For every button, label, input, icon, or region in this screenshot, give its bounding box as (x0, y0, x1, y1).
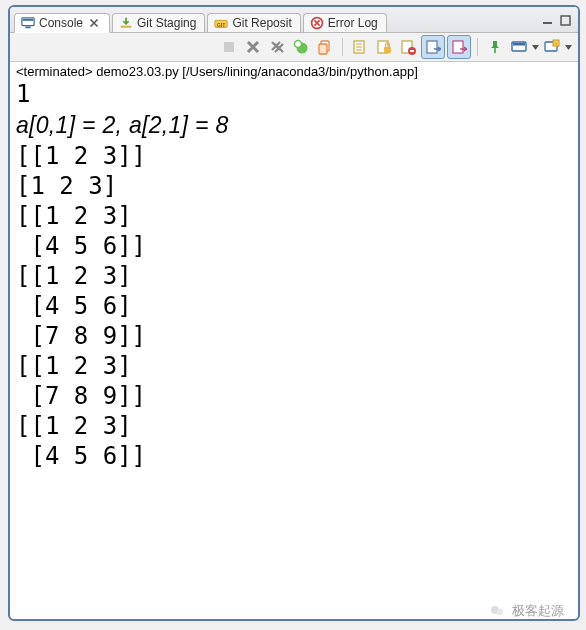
remove-all-launches-icon (269, 39, 285, 55)
status-script: demo23.03.py (96, 64, 178, 79)
svg-rect-24 (513, 43, 525, 46)
download-icon (119, 16, 133, 30)
pin-icon (487, 39, 503, 55)
open-console-button[interactable]: + (541, 36, 563, 58)
remove-launch-button[interactable] (242, 36, 264, 58)
svg-rect-8 (561, 16, 570, 25)
tab-label: Git Reposit (232, 16, 291, 30)
error-icon (310, 16, 324, 30)
tab-label: Error Log (328, 16, 378, 30)
display-selected-icon (511, 39, 527, 55)
copy-button[interactable] (314, 36, 336, 58)
svg-rect-7 (543, 22, 552, 24)
maximize-view-icon[interactable] (559, 14, 571, 26)
stdout-icon (425, 39, 441, 55)
dropdown-caret-icon[interactable] (565, 36, 572, 58)
close-icon[interactable] (87, 16, 101, 30)
terminate-button[interactable] (218, 36, 240, 58)
lock-button[interactable] (373, 36, 395, 58)
open-console-icon: + (544, 39, 560, 55)
svg-rect-2 (25, 27, 30, 29)
tab-git-staging[interactable]: Git Staging (112, 13, 205, 32)
svg-point-29 (497, 609, 503, 615)
tab-error-log[interactable]: Error Log (303, 13, 387, 32)
svg-rect-9 (224, 42, 234, 52)
svg-rect-19 (410, 50, 414, 52)
svg-rect-20 (427, 41, 437, 53)
lock-icon (376, 39, 392, 55)
svg-rect-16 (384, 47, 391, 53)
clear-console-icon (293, 39, 309, 55)
git-icon: GIT (214, 16, 228, 30)
clear-button[interactable] (290, 36, 312, 58)
svg-rect-13 (319, 44, 327, 54)
pin-console-button[interactable] (484, 36, 506, 58)
tab-label: Console (39, 16, 83, 30)
stderr-icon (451, 39, 467, 55)
status-terminated: <terminated> (16, 64, 93, 79)
display-selected-console-button[interactable] (508, 36, 530, 58)
tab-git-reposit[interactable]: GIT Git Reposit (207, 13, 300, 32)
console-toolbar: + (10, 33, 578, 62)
tab-console[interactable]: Console (14, 13, 110, 33)
scroll-lock-button[interactable] (349, 36, 371, 58)
svg-rect-3 (121, 26, 132, 28)
show-on-stderr-button[interactable] (447, 35, 471, 59)
dropdown-caret-icon[interactable] (532, 36, 539, 58)
remove-launch-icon (245, 39, 261, 55)
svg-rect-1 (23, 19, 34, 21)
copy-icon (317, 39, 333, 55)
tab-label: Git Staging (137, 16, 196, 30)
console-line-italic: a[0,1] = 2, a[2,1] = 8 (16, 112, 228, 138)
wechat-icon (490, 603, 506, 619)
svg-rect-21 (453, 41, 463, 53)
stop-icon (221, 39, 237, 55)
status-path: [/Users/lining/anaconda3/bin/python.app] (182, 64, 418, 79)
show-on-stdout-button[interactable] (421, 35, 445, 59)
scroll-lock-icon (352, 39, 368, 55)
watermark: 极客起源 (490, 602, 564, 620)
console-output: 1 a[0,1] = 2, a[2,1] = 8 [[1 2 3]] [1 2 … (10, 79, 578, 477)
svg-text:+: + (554, 40, 558, 46)
svg-text:GIT: GIT (217, 22, 227, 28)
word-wrap-button[interactable] (397, 36, 419, 58)
monitor-icon (21, 16, 35, 30)
svg-rect-22 (494, 48, 496, 53)
process-status-line: <terminated> demo23.03.py [/Users/lining… (10, 62, 578, 79)
view-tab-strip: Console Git Staging GIT Git Reposit Erro… (10, 7, 578, 33)
svg-point-11 (295, 41, 302, 48)
remove-all-launches-button[interactable] (266, 36, 288, 58)
word-wrap-icon (400, 39, 416, 55)
minimize-view-icon[interactable] (541, 14, 553, 26)
